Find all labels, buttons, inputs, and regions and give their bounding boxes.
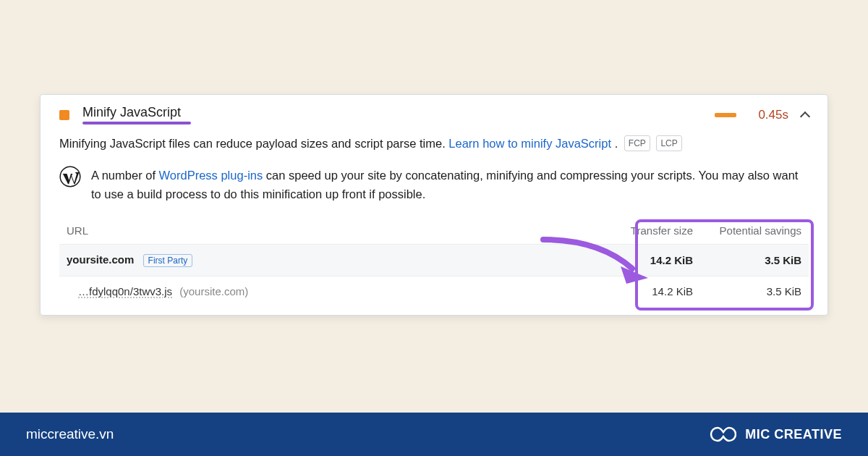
description-text-pre: Minifying JavaScript files can reduce pa… — [59, 137, 448, 150]
audit-body: Minifying JavaScript files can reduce pa… — [41, 132, 827, 315]
footer-brand-text: MIC CREATIVE — [745, 427, 842, 442]
col-url: URL — [67, 224, 606, 237]
audit-card: Minify JavaScript 0.45s Minifying JavaSc… — [40, 94, 828, 316]
audit-description: Minifying JavaScript files can reduce pa… — [59, 135, 809, 153]
audit-timing: 0.45s — [758, 108, 788, 122]
resources-table: URL Transfer size Potential savings your… — [59, 217, 809, 306]
audit-title: Minify JavaScript — [82, 105, 191, 120]
row-url-cell: …fdylqq0n/3twv3.js (yoursite.com) — [67, 285, 606, 297]
audit-header[interactable]: Minify JavaScript 0.45s — [41, 95, 827, 132]
stack-pack-text: A number of WordPress plug-ins can speed… — [91, 166, 809, 204]
page-footer: miccreative.vn MIC CREATIVE — [0, 413, 868, 456]
stack-pack-pre: A number of — [91, 169, 159, 182]
summary-transfer: 14.2 KiB — [606, 254, 693, 266]
row-transfer: 14.2 KiB — [606, 285, 693, 297]
wordpress-plugins-link[interactable]: WordPress plug-ins — [159, 169, 263, 182]
footer-brand: MIC CREATIVE — [707, 425, 842, 444]
col-potential-savings: Potential savings — [693, 224, 801, 237]
highlight-underline-icon — [82, 122, 191, 124]
audit-status-icon — [59, 110, 69, 120]
row-savings: 3.5 KiB — [693, 285, 801, 297]
footer-site-url[interactable]: miccreative.vn — [26, 426, 114, 442]
learn-more-link[interactable]: Learn how to minify JavaScript — [448, 137, 611, 150]
table-row[interactable]: …fdylqq0n/3twv3.js (yoursite.com) 14.2 K… — [59, 276, 809, 306]
brand-logo-icon — [707, 425, 736, 444]
lcp-tag: LCP — [656, 135, 681, 151]
col-transfer-size: Transfer size — [606, 224, 693, 237]
summary-host: yoursite.com — [67, 253, 134, 266]
row-origin: (yoursite.com) — [179, 285, 248, 297]
table-row-summary[interactable]: yoursite.com First Party 14.2 KiB 3.5 Ki… — [59, 244, 809, 276]
wordpress-icon — [59, 166, 81, 193]
summary-url-cell: yoursite.com First Party — [67, 253, 606, 267]
fcp-tag: FCP — [624, 135, 650, 151]
stack-pack-row: A number of WordPress plug-ins can speed… — [59, 166, 809, 204]
audit-header-right: 0.45s — [715, 108, 809, 122]
chevron-up-icon[interactable] — [800, 111, 810, 121]
table-header-row: URL Transfer size Potential savings — [59, 217, 809, 244]
row-path: …fdylqq0n/3twv3.js — [78, 285, 172, 297]
first-party-badge: First Party — [143, 254, 193, 267]
sparkbar-icon — [715, 113, 736, 117]
summary-savings: 3.5 KiB — [693, 254, 801, 266]
description-text-post: . — [615, 137, 618, 150]
audit-title-wrap: Minify JavaScript — [82, 105, 191, 124]
